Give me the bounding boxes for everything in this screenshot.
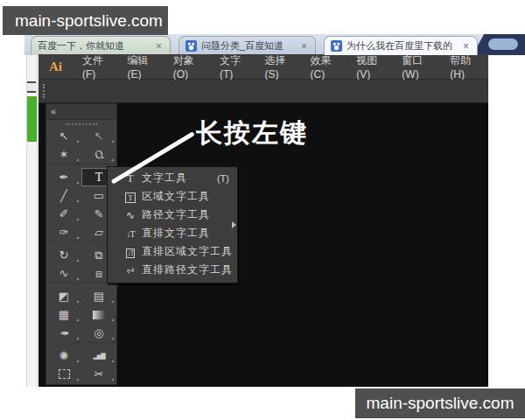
watermark-text: main-sportslive.com [15,11,163,31]
tool-shape-builder[interactable]: ◩ [46,287,81,305]
flyout-item-area-type-tool[interactable]: 区域文字工具 [108,187,237,206]
vertical-area-type-tool-icon [122,247,139,257]
menu-type[interactable]: 文字(T) [212,53,257,80]
tool-eyedropper[interactable]: ✒ [46,324,81,342]
slice-tool-icon: ✂ [94,368,104,380]
magic-wand-tool-icon: ✶ [60,149,69,160]
perspective-grid-tool-icon: ▤ [94,290,104,302]
screenshot-stage: 百度一下，你就知道 × 问题分类_百度知道 × 为什么我在百度里下载的 × Ai… [0,0,525,420]
tool-gradient[interactable] [81,305,116,324]
canvas-workspace: « ↖ ↖ ✶ Q ✒ T ╱ ▭ ✐ ✎ ✑ ▱ [38,103,488,387]
tab-title: 问题分类_百度知道 [201,39,295,52]
tools-grid: ↖ ↖ ✶ Q ✒ T ╱ ▭ ✐ ✎ ✑ ▱ ↻ ⧉ ∿ [46,127,116,383]
tool-warp[interactable]: ∿ [46,264,81,283]
free-transform-tool-icon: ⧈ [95,268,102,279]
flyout-expand-arrow-icon [232,221,236,228]
tool-lasso[interactable]: Q [81,145,116,164]
rectangle-tool-icon: ▭ [94,190,104,201]
flyout-item-vertical-type-on-path-tool[interactable]: 直排路径文字工具 [108,261,237,279]
flyout-item-type-on-path-tool[interactable]: 路径文字工具 [108,206,237,224]
tool-column-graph[interactable]: ▂▅▇ [81,346,116,365]
tool-line-segment[interactable]: ╱ [46,186,81,205]
page-scrollbar-thumb[interactable] [27,96,37,142]
eyedropper-tool-icon: ✒ [60,327,69,339]
flyout-label: 路径文字工具 [142,207,210,222]
new-tab-button[interactable] [488,38,518,50]
blend-tool-icon: ◎ [94,327,103,339]
type-tool-icon: T [95,172,103,184]
tool-pen[interactable]: ✒ [46,168,81,186]
type-tool-flyout-menu: ▪ 文字工具 (T) 区域文字工具 路径文字工具 [107,166,238,284]
artboard-tool-icon [59,369,70,379]
vertical-type-tool-icon [122,228,139,239]
tab-title: 为什么我在百度里下载的 [346,39,457,52]
flyout-label: 文字工具 [142,171,187,186]
flyout-label: 直排路径文字工具 [142,262,233,277]
tab-strip-corner [472,34,525,55]
eraser-tool-icon: ▱ [94,227,103,238]
tool-rotate[interactable]: ↻ [46,246,81,264]
collapse-panel-icon[interactable]: « [51,106,56,116]
menu-effect[interactable]: 效果(C) [303,53,349,80]
shape-builder-tool-icon: ◩ [59,290,69,302]
browser-tab-active-question[interactable]: 为什么我在百度里下载的 × [324,36,478,55]
browser-tab-strip: 百度一下，你就知道 × 问题分类_百度知道 × 为什么我在百度里下载的 × [24,34,525,55]
vertical-type-on-path-tool-icon [122,265,139,276]
tool-paintbrush[interactable]: ✐ [46,205,81,223]
flyout-label: 直排文字工具 [142,226,210,241]
blob-brush-tool-icon: ✑ [60,227,69,238]
line-segment-tool-icon: ╱ [60,190,67,201]
control-bar-grip [43,84,46,98]
flyout-item-vertical-area-type-tool[interactable]: 直排区域文字工具 [108,242,237,261]
watermark-top: main-sportslive.com [3,6,168,35]
pen-tool-icon: ✒ [60,172,69,183]
rotate-tool-icon: ↻ [60,249,69,261]
illustrator-logo: Ai [49,60,62,74]
watermark-text: main-sportslive.com [367,394,514,413]
symbol-sprayer-tool-icon: ✺ [60,350,69,361]
menu-select[interactable]: 选择(S) [256,53,302,80]
menu-edit[interactable]: 编辑(E) [120,53,165,80]
baidu-paw-favicon [186,40,197,52]
tool-selection[interactable]: ↖ [46,127,81,145]
tab-close-icon[interactable]: × [299,40,309,52]
menu-window[interactable]: 窗口(W) [394,53,442,80]
scrollbar-tick-marks [27,81,36,93]
menu-object[interactable]: 对象(O) [165,53,212,80]
tool-symbol-sprayer[interactable]: ✺ [46,346,81,365]
area-type-tool-icon [122,192,139,202]
tool-slice[interactable]: ✂ [81,365,116,383]
control-bar [38,80,488,103]
tools-panel-header: « [46,104,116,120]
gradient-tool-icon [93,311,106,319]
flyout-label: 直排区域文字工具 [142,244,233,259]
tool-blob-brush[interactable]: ✑ [46,223,81,242]
tool-direct-selection[interactable]: ↖ [81,127,116,145]
scale-tool-icon: ⧉ [94,249,102,261]
flyout-shortcut: (T) [217,173,229,184]
flyout-item-vertical-type-tool[interactable]: 直排文字工具 [108,224,237,242]
flyout-label: 区域文字工具 [142,189,210,204]
illustrator-window: Ai 文件(F) 编辑(E) 对象(O) 文字(T) 选择(S) 效果(C) 视… [38,54,488,387]
annotation-text: 长按左键 [196,116,308,151]
menu-help[interactable]: 帮助(H) [442,53,488,80]
column-graph-tool-icon: ▂▅▇ [93,353,104,359]
tool-magic-wand[interactable]: ✶ [46,145,81,164]
illustrator-menubar: Ai 文件(F) 编辑(E) 对象(O) 文字(T) 选择(S) 效果(C) 视… [38,54,488,80]
tool-artboard[interactable] [46,365,81,383]
watermark-bottom: main-sportslive.com [355,388,525,418]
tool-perspective-grid[interactable]: ▤ [81,287,116,305]
tool-mesh[interactable]: ▦ [46,305,81,324]
menu-view[interactable]: 视图(V) [348,53,394,80]
lasso-tool-icon: Q [92,148,106,162]
menu-file[interactable]: 文件(F) [74,53,120,80]
mesh-tool-icon: ▦ [59,309,69,320]
tab-close-icon[interactable]: × [154,40,164,52]
tool-blend[interactable]: ◎ [81,324,116,342]
baidu-paw-favicon [331,40,342,52]
type-on-path-tool-icon [122,210,139,220]
tools-panel-grip[interactable] [66,123,97,126]
direct-selection-tool-icon: ↖ [94,130,104,142]
tab-close-icon[interactable]: × [461,40,471,52]
pencil-tool-icon: ✎ [94,208,104,220]
